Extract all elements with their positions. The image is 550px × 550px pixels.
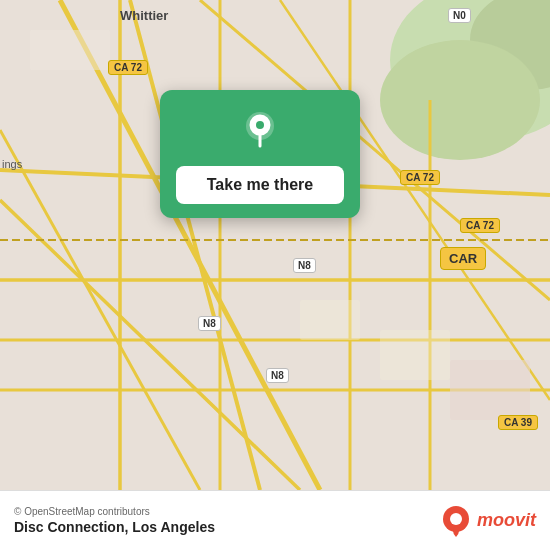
bottom-bar: © OpenStreetMap contributors Disc Connec… — [0, 490, 550, 550]
bottom-left: © OpenStreetMap contributors Disc Connec… — [14, 506, 215, 535]
osm-attribution: © OpenStreetMap contributors — [14, 506, 215, 517]
svg-point-3 — [380, 40, 540, 160]
n8-label-2: N8 — [198, 316, 221, 331]
moovit-text: moovit — [477, 510, 536, 531]
n0-label-1: N0 — [448, 8, 471, 23]
moovit-icon — [440, 505, 472, 537]
take-me-there-button[interactable]: Take me there — [176, 166, 344, 204]
ca72-label-2: CA 72 — [400, 170, 440, 185]
popup-card: Take me there — [160, 90, 360, 218]
moovit-logo[interactable]: moovit — [440, 505, 536, 537]
ca72-label-3: CA 72 — [460, 218, 500, 233]
location-name: Disc Connection, Los Angeles — [14, 519, 215, 535]
ings-label: ings — [2, 158, 22, 170]
svg-rect-22 — [450, 360, 530, 420]
ca72-label-1: CA 72 — [108, 60, 148, 75]
svg-point-26 — [256, 121, 264, 129]
pin-icon — [238, 108, 282, 152]
n8-label-1: N8 — [293, 258, 316, 273]
svg-point-29 — [450, 513, 462, 525]
whittier-label: Whittier — [120, 8, 168, 23]
n8-label-3: N8 — [266, 368, 289, 383]
ca39-label: CA 39 — [498, 415, 538, 430]
svg-rect-19 — [30, 30, 110, 70]
svg-rect-20 — [300, 300, 360, 340]
svg-rect-21 — [380, 330, 450, 380]
car-badge: CAR — [440, 247, 486, 270]
map-container: Whittier ings CA 72 N0 CA 72 CA 72 N8 N8… — [0, 0, 550, 490]
